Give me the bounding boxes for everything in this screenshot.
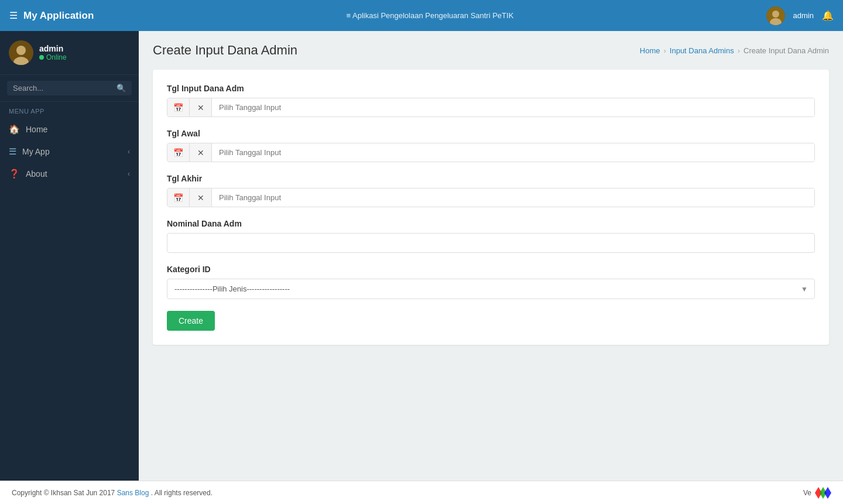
tgl-awal-field[interactable]: [212, 143, 814, 162]
sidebar-item-about-label: About: [26, 169, 47, 179]
tgl-input-date-group: 📅 ✕: [167, 98, 815, 117]
tgl-akhir-date-group: 📅 ✕: [167, 188, 815, 207]
breadcrumb-sep-2: ›: [738, 46, 740, 55]
tgl-awal-label: Tgl Awal: [167, 129, 815, 138]
yandex-logo-icon: [815, 487, 831, 499]
kategori-group: Kategori ID ---------------Pilih Jenis--…: [167, 265, 815, 299]
footer-rights: . All rights reserved.: [151, 489, 213, 497]
sidebar: admin Online 🔍 Menu APP 🏠 Home ☰: [0, 31, 139, 481]
sidebar-search-section: 🔍: [0, 75, 139, 102]
sidebar-user-info: admin Online: [39, 44, 67, 61]
breadcrumb-home[interactable]: Home: [640, 46, 660, 55]
menu-label: Menu APP: [0, 102, 139, 118]
breadcrumb-current: Create Input Dana Admin: [743, 46, 829, 55]
clear-icon-3: ✕: [197, 193, 204, 203]
page-title: Create Input Dana Admin: [153, 43, 297, 58]
sidebar-item-myapp[interactable]: ☰ My App ‹: [0, 140, 139, 163]
sidebar-username: admin: [39, 44, 67, 53]
kategori-select-wrapper: ---------------Pilih Jenis--------------…: [167, 279, 815, 299]
tgl-akhir-label: Tgl Akhir: [167, 174, 815, 183]
sidebar-user-section: admin Online: [0, 31, 139, 75]
breadcrumb-parent[interactable]: Input Dana Admins: [670, 46, 734, 55]
tgl-awal-date-group: 📅 ✕: [167, 143, 815, 162]
about-icon: ❓: [9, 169, 20, 179]
form-card: Tgl Input Dana Adm 📅 ✕ Tgl Awal 📅: [153, 70, 829, 345]
sidebar-item-myapp-label: My App: [22, 147, 50, 156]
tgl-akhir-field[interactable]: [212, 188, 814, 207]
search-input[interactable]: [13, 84, 116, 92]
sidebar-avatar: [9, 40, 33, 65]
sidebar-status: Online: [39, 53, 67, 61]
main-content: Create Input Dana Admin Home › Input Dan…: [139, 31, 843, 481]
footer-link[interactable]: Sans Blog: [117, 489, 149, 497]
sidebar-item-home-label: Home: [26, 125, 47, 134]
footer-version: Ve: [803, 489, 811, 497]
nominal-group: Nominal Dana Adm: [167, 219, 815, 253]
navbar-right: admin 🔔: [766, 6, 834, 25]
tgl-awal-calendar-btn[interactable]: 📅: [167, 143, 190, 162]
myapp-arrow-icon: ‹: [128, 148, 130, 156]
home-icon: 🏠: [9, 124, 20, 135]
hamburger-icon[interactable]: ☰: [9, 10, 18, 21]
clear-icon-2: ✕: [197, 148, 204, 157]
nominal-label: Nominal Dana Adm: [167, 219, 815, 228]
layout: admin Online 🔍 Menu APP 🏠 Home ☰: [0, 31, 843, 481]
about-arrow-icon: ‹: [128, 170, 130, 178]
svg-marker-8: [824, 487, 831, 499]
sidebar-item-home[interactable]: 🏠 Home: [0, 118, 139, 140]
search-icon: 🔍: [116, 84, 126, 92]
tgl-awal-group: Tgl Awal 📅 ✕: [167, 129, 815, 162]
admin-avatar-top: [766, 6, 785, 25]
navbar-center-text: ≡ Aplikasi Pengelolaan Pengeluaran Santr…: [347, 11, 514, 20]
tgl-input-clear-btn[interactable]: ✕: [190, 98, 212, 116]
tgl-input-label: Tgl Input Dana Adm: [167, 84, 815, 93]
myapp-icon: ☰: [9, 146, 16, 157]
sidebar-item-about[interactable]: ❓ About ‹: [0, 163, 139, 185]
navbar-left: ☰ My Application: [9, 10, 94, 22]
tgl-input-field[interactable]: [212, 98, 814, 116]
admin-name-top: admin: [793, 11, 814, 20]
calendar-icon-2: 📅: [173, 148, 183, 157]
notification-bell-icon[interactable]: 🔔: [822, 10, 834, 21]
tgl-akhir-clear-btn[interactable]: ✕: [190, 188, 212, 207]
tgl-input-calendar-btn[interactable]: 📅: [167, 98, 190, 116]
svg-point-1: [772, 11, 779, 18]
search-input-wrapper: 🔍: [7, 81, 132, 95]
calendar-icon-3: 📅: [173, 193, 183, 203]
kategori-select[interactable]: ---------------Pilih Jenis--------------…: [167, 279, 815, 299]
calendar-icon-1: 📅: [173, 103, 183, 112]
nominal-field[interactable]: [167, 233, 815, 253]
tgl-awal-clear-btn[interactable]: ✕: [190, 143, 212, 162]
top-navbar: ☰ My Application ≡ Aplikasi Pengelolaan …: [0, 0, 843, 31]
breadcrumb: Home › Input Dana Admins › Create Input …: [640, 46, 829, 55]
breadcrumb-sep-1: ›: [663, 46, 666, 55]
page-header: Create Input Dana Admin Home › Input Dan…: [153, 43, 829, 58]
footer-right: Ve: [803, 487, 831, 499]
create-button[interactable]: Create: [167, 311, 215, 331]
footer-copyright: Copyright © Ikhsan Sat Jun 2017 Sans Blo…: [12, 489, 213, 497]
status-dot-icon: [39, 55, 44, 60]
svg-point-4: [16, 46, 26, 55]
kategori-label: Kategori ID: [167, 265, 815, 274]
tgl-input-group: Tgl Input Dana Adm 📅 ✕: [167, 84, 815, 117]
footer: Copyright © Ikhsan Sat Jun 2017 Sans Blo…: [0, 481, 843, 504]
app-title: My Application: [23, 10, 94, 22]
clear-icon-1: ✕: [197, 103, 204, 112]
tgl-akhir-calendar-btn[interactable]: 📅: [167, 188, 190, 207]
footer-copyright-text: Copyright © Ikhsan Sat Jun 2017: [12, 489, 115, 497]
tgl-akhir-group: Tgl Akhir 📅 ✕: [167, 174, 815, 207]
